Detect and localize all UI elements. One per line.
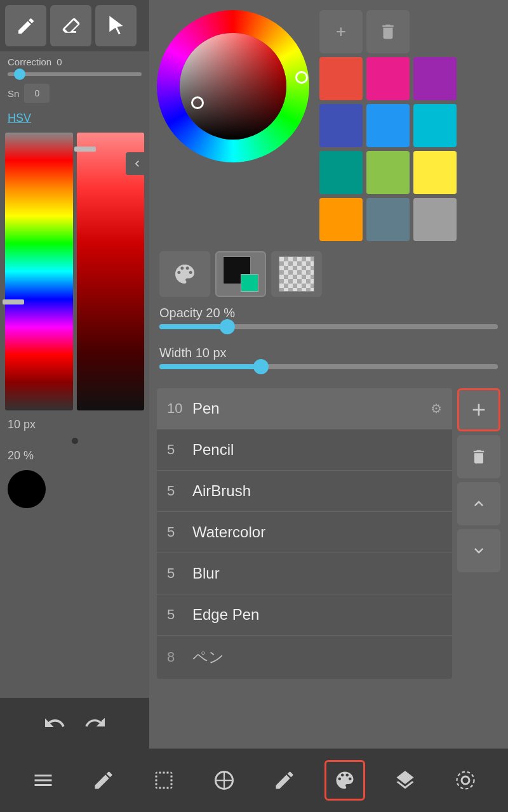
delete-brush-btn[interactable] [457,435,500,478]
brush-num-airbrush: 5 [167,483,192,499]
brush-name-partial: ペン [192,647,224,667]
sidebar-top-tools [0,0,149,51]
opacity-label-text: Opacity 20 % [159,306,498,320]
right-palette-section: + [319,10,457,241]
palette-top-actions: + [319,10,457,53]
brush-name-blur: Blur [192,565,442,582]
delete-palette-btn[interactable] [366,10,410,53]
brush-item-pencil[interactable]: 5 Pencil [157,429,452,471]
sv-square [180,33,286,140]
nav-layers[interactable] [385,760,425,801]
nav-menu[interactable] [23,760,64,801]
brush-list: 10 Pen ⚙ 5 Pencil 5 AirBrush 5 Watercolo… [157,388,452,679]
hsv-label[interactable]: HSV [0,105,149,129]
brush-item-pen[interactable]: 10 Pen ⚙ [157,388,452,429]
brush-num-partial: 8 [167,649,192,665]
width-slider-row [159,364,498,369]
brush-name-watercolor: Watercolor [192,523,442,541]
color-wheel-section: + [149,0,508,246]
palette-color-orange[interactable] [319,198,363,241]
svg-point-2 [457,772,474,789]
brush-list-section: 10 Pen ⚙ 5 Pencil 5 AirBrush 5 Watercolo… [157,388,500,679]
palette-color-pink[interactable] [366,57,410,100]
color-mode-row [149,246,508,302]
brush-item-partial[interactable]: 8 ペン [157,636,452,679]
collapse-btn[interactable] [126,152,149,175]
sv-indicator [191,96,204,109]
brush-item-airbrush[interactable]: 5 AirBrush [157,471,452,512]
hue-indicator [295,71,308,84]
left-sidebar: Correction 0 Sn 0 HSV 10 px 20 % [0,0,149,749]
nav-settings[interactable] [445,760,486,801]
size-label: 10 px [0,414,149,435]
palette-color-yellow[interactable] [413,151,457,194]
color-wheel[interactable] [157,10,309,162]
bottom-nav [0,749,508,812]
brush-preview-dot [72,438,78,444]
brush-name-airbrush: AirBrush [192,482,442,500]
brush-num-pencil: 5 [167,442,192,458]
palette-color-cyan[interactable] [413,104,457,147]
cursor-tool-btn[interactable] [95,5,137,46]
palette-color-purple[interactable] [413,57,457,100]
wheel-inner [180,33,286,140]
redo-btn[interactable] [81,709,109,737]
color-mode-btn-black[interactable] [215,251,266,297]
correction-slider[interactable] [0,70,149,79]
transparent-mode-btn[interactable] [271,251,322,297]
move-down-btn[interactable] [457,529,500,572]
brush-name-pencil: Pencil [192,441,442,459]
width-label-text: Width 10 px [159,346,498,360]
smoothing-label: Sn 0 [0,79,149,105]
palette-color-blue[interactable] [319,104,363,147]
nav-transform[interactable] [204,760,244,801]
brush-item-blur[interactable]: 5 Blur [157,553,452,594]
brush-name-pen: Pen [192,400,431,417]
smoothing-input[interactable]: 0 [24,84,50,103]
nav-edit[interactable] [83,760,124,801]
correction-label: Correction 0 [0,51,149,70]
svg-point-1 [462,776,469,784]
pen-tool-btn[interactable] [5,5,46,46]
opacity-section: Opacity 20 % [149,302,508,342]
color-palette-grid [319,57,457,241]
move-up-btn[interactable] [457,482,500,525]
brush-num-pen: 10 [167,400,192,417]
nav-select[interactable] [144,760,184,801]
color-preview-circle [8,470,46,508]
brush-item-edge-pen[interactable]: 5 Edge Pen [157,594,452,636]
add-brush-btn[interactable] [457,388,500,431]
undo-btn[interactable] [41,709,69,737]
main-content: + [149,0,508,749]
palette-color-light-blue[interactable] [366,104,410,147]
palette-color-red[interactable] [319,57,363,100]
gear-icon[interactable]: ⚙ [431,401,442,416]
palette-color-green[interactable] [366,151,410,194]
sidebar-bottom-tools [0,698,149,749]
hue-strip[interactable] [5,133,73,410]
palette-color-grey[interactable] [413,198,457,241]
brush-num-watercolor: 5 [167,524,192,540]
width-section: Width 10 px [149,342,508,382]
brush-actions [457,388,500,679]
brush-name-edge-pen: Edge Pen [192,606,442,624]
brush-num-blur: 5 [167,565,192,582]
nav-palette[interactable] [324,760,365,801]
palette-color-teal[interactable] [319,151,363,194]
width-slider[interactable] [159,364,498,369]
nav-pen[interactable] [264,760,305,801]
brush-item-watercolor[interactable]: 5 Watercolor [157,512,452,553]
opacity-slider[interactable] [159,324,498,329]
brush-num-edge-pen: 5 [167,606,192,623]
palette-color-blue-grey[interactable] [366,198,410,241]
palette-mode-btn[interactable] [159,251,210,297]
eraser-tool-btn[interactable] [50,5,91,46]
add-palette-btn[interactable]: + [319,10,363,53]
opacity-label: 20 % [0,447,149,465]
opacity-slider-row [159,324,498,329]
